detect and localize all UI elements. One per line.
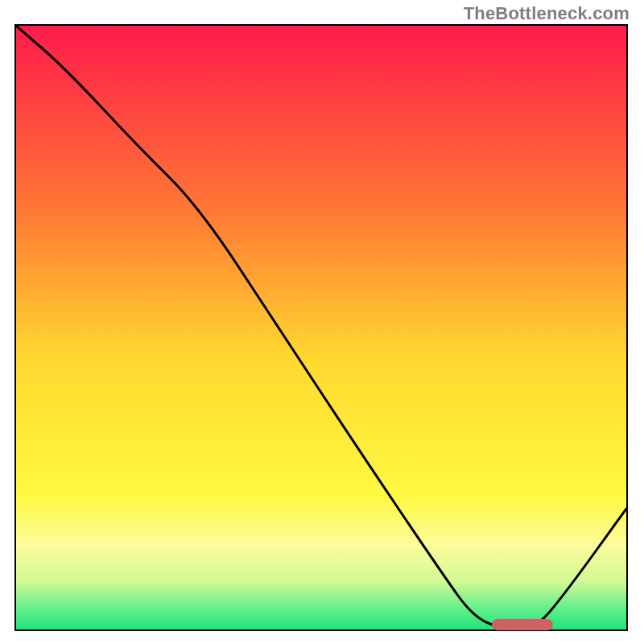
heat-gradient-background — [16, 26, 626, 630]
watermark-text: TheBottleneck.com — [464, 3, 630, 24]
chart-frame — [14, 24, 628, 631]
optimal-range-marker — [492, 619, 553, 630]
svg-rect-0 — [16, 26, 626, 630]
